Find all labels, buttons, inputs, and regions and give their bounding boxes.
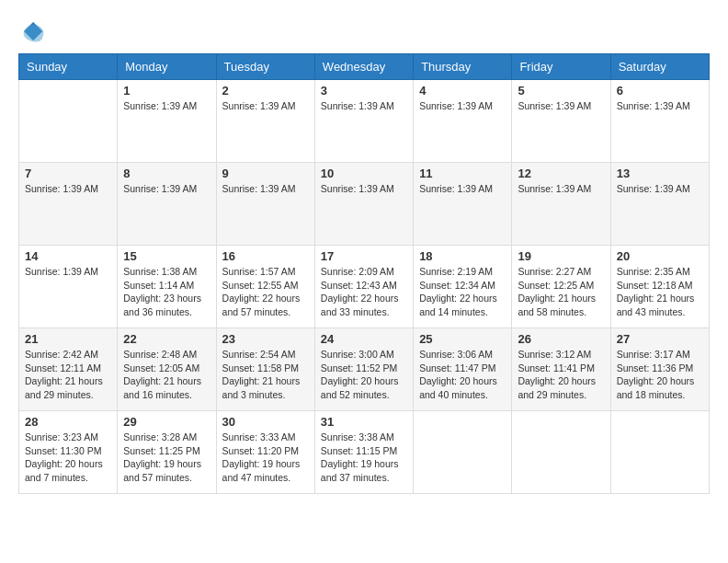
- calendar-cell: 21Sunrise: 2:42 AMSunset: 12:11 AMDaylig…: [19, 328, 118, 411]
- calendar-cell: 31Sunrise: 3:38 AMSunset: 11:15 PMDaylig…: [314, 411, 413, 494]
- calendar-cell: [512, 411, 610, 494]
- day-info: Sunrise: 1:38 AMSunset: 1:14 AMDaylight:…: [123, 265, 210, 319]
- day-number: 3: [321, 84, 407, 98]
- calendar-cell: 17Sunrise: 2:09 AMSunset: 12:43 AMDaylig…: [314, 246, 413, 328]
- day-info: Sunrise: 1:39 AM: [419, 182, 506, 196]
- day-info: Sunrise: 3:17 AMSunset: 11:36 PMDaylight…: [617, 348, 703, 402]
- calendar-week-2: 7Sunrise: 1:39 AM8Sunrise: 1:39 AM9Sunri…: [19, 163, 710, 246]
- calendar-header-tuesday: Tuesday: [216, 54, 314, 80]
- day-info: Sunrise: 1:39 AM: [321, 99, 407, 113]
- calendar-cell: 29Sunrise: 3:28 AMSunset: 11:25 PMDaylig…: [118, 411, 216, 494]
- day-number: 12: [518, 167, 604, 180]
- calendar-cell: 13Sunrise: 1:39 AM: [610, 163, 709, 246]
- calendar-header-row: SundayMondayTuesdayWednesdayThursdayFrid…: [19, 54, 710, 80]
- calendar-cell: 22Sunrise: 2:48 AMSunset: 12:05 AMDaylig…: [118, 328, 216, 411]
- day-info: Sunrise: 1:39 AM: [123, 182, 210, 196]
- day-info: Sunrise: 2:48 AMSunset: 12:05 AMDaylight…: [123, 348, 210, 402]
- calendar-week-5: 28Sunrise: 3:23 AMSunset: 11:30 PMDaylig…: [19, 411, 710, 494]
- day-info: Sunrise: 3:28 AMSunset: 11:25 PMDaylight…: [123, 431, 210, 485]
- calendar-header-saturday: Saturday: [610, 54, 709, 80]
- day-number: 16: [222, 249, 309, 263]
- day-number: 31: [321, 415, 407, 429]
- day-number: 24: [321, 332, 407, 346]
- calendar-cell: 5Sunrise: 1:39 AM: [512, 80, 610, 163]
- calendar-cell: 11Sunrise: 1:39 AM: [414, 163, 512, 246]
- day-info: Sunrise: 3:12 AMSunset: 11:41 PMDaylight…: [518, 348, 604, 402]
- calendar-cell: 3Sunrise: 1:39 AM: [314, 80, 413, 163]
- calendar-cell: 9Sunrise: 1:39 AM: [216, 163, 314, 246]
- calendar-cell: 1Sunrise: 1:39 AM: [118, 80, 216, 163]
- day-info: Sunrise: 3:00 AMSunset: 11:52 PMDaylight…: [321, 348, 407, 402]
- calendar-week-4: 21Sunrise: 2:42 AMSunset: 12:11 AMDaylig…: [19, 328, 710, 411]
- day-number: 17: [321, 249, 407, 263]
- calendar-cell: [19, 80, 118, 163]
- day-info: Sunrise: 1:39 AM: [419, 99, 506, 113]
- calendar-cell: 20Sunrise: 2:35 AMSunset: 12:18 AMDaylig…: [610, 246, 709, 328]
- day-number: 20: [617, 249, 703, 263]
- day-number: 9: [222, 167, 309, 180]
- calendar-cell: [610, 411, 709, 494]
- day-number: 21: [25, 332, 111, 346]
- day-number: 5: [518, 84, 604, 98]
- calendar-cell: 26Sunrise: 3:12 AMSunset: 11:41 PMDaylig…: [512, 328, 610, 411]
- day-number: 22: [123, 332, 210, 346]
- day-number: 27: [617, 332, 703, 346]
- calendar-cell: 12Sunrise: 1:39 AM: [512, 163, 610, 246]
- day-info: Sunrise: 2:54 AMSunset: 11:58 PMDaylight…: [222, 348, 309, 402]
- logo: [18, 18, 46, 44]
- calendar-cell: 8Sunrise: 1:39 AM: [118, 163, 216, 246]
- day-number: 18: [419, 249, 506, 263]
- day-info: Sunrise: 1:39 AM: [222, 182, 309, 196]
- day-info: Sunrise: 1:39 AM: [617, 99, 703, 113]
- calendar-cell: 6Sunrise: 1:39 AM: [610, 80, 709, 163]
- calendar-cell: 28Sunrise: 3:23 AMSunset: 11:30 PMDaylig…: [19, 411, 118, 494]
- day-info: Sunrise: 1:39 AM: [518, 99, 604, 113]
- day-number: 1: [123, 84, 210, 98]
- calendar-header-wednesday: Wednesday: [314, 54, 413, 80]
- day-info: Sunrise: 2:19 AMSunset: 12:34 AMDaylight…: [419, 265, 506, 319]
- day-number: 30: [222, 415, 309, 429]
- calendar-week-1: 1Sunrise: 1:39 AM2Sunrise: 1:39 AM3Sunri…: [19, 80, 710, 163]
- day-info: Sunrise: 3:06 AMSunset: 11:47 PMDaylight…: [419, 348, 506, 402]
- day-info: Sunrise: 3:23 AMSunset: 11:30 PMDaylight…: [25, 431, 111, 485]
- day-number: 4: [419, 84, 506, 98]
- day-number: 26: [518, 332, 604, 346]
- calendar-header-sunday: Sunday: [19, 54, 118, 80]
- day-number: 14: [25, 249, 111, 263]
- logo-icon: [20, 18, 46, 44]
- day-number: 29: [123, 415, 210, 429]
- day-info: Sunrise: 1:39 AM: [222, 99, 309, 113]
- day-number: 10: [321, 167, 407, 180]
- day-number: 2: [222, 84, 309, 98]
- day-info: Sunrise: 1:39 AM: [518, 182, 604, 196]
- day-info: Sunrise: 1:39 AM: [617, 182, 703, 196]
- calendar-cell: 18Sunrise: 2:19 AMSunset: 12:34 AMDaylig…: [414, 246, 512, 328]
- day-number: 6: [617, 84, 703, 98]
- calendar-cell: 19Sunrise: 2:27 AMSunset: 12:25 AMDaylig…: [512, 246, 610, 328]
- calendar-header-thursday: Thursday: [414, 54, 512, 80]
- calendar-cell: 30Sunrise: 3:33 AMSunset: 11:20 PMDaylig…: [216, 411, 314, 494]
- calendar-cell: [414, 411, 512, 494]
- calendar-cell: 23Sunrise: 2:54 AMSunset: 11:58 PMDaylig…: [216, 328, 314, 411]
- day-info: Sunrise: 1:57 AMSunset: 12:55 AMDaylight…: [222, 265, 309, 319]
- calendar-cell: 14Sunrise: 1:39 AM: [19, 246, 118, 328]
- page-header: [18, 18, 710, 44]
- calendar-week-3: 14Sunrise: 1:39 AM15Sunrise: 1:38 AMSuns…: [19, 246, 710, 328]
- calendar-cell: 16Sunrise: 1:57 AMSunset: 12:55 AMDaylig…: [216, 246, 314, 328]
- day-number: 13: [617, 167, 703, 180]
- day-info: Sunrise: 2:35 AMSunset: 12:18 AMDaylight…: [617, 265, 703, 319]
- day-info: Sunrise: 1:39 AM: [123, 99, 210, 113]
- calendar-cell: 10Sunrise: 1:39 AM: [314, 163, 413, 246]
- calendar-cell: 15Sunrise: 1:38 AMSunset: 1:14 AMDayligh…: [118, 246, 216, 328]
- day-number: 28: [25, 415, 111, 429]
- calendar-header-friday: Friday: [512, 54, 610, 80]
- calendar-table: SundayMondayTuesdayWednesdayThursdayFrid…: [18, 53, 710, 494]
- day-info: Sunrise: 2:27 AMSunset: 12:25 AMDaylight…: [518, 265, 604, 319]
- calendar-cell: 24Sunrise: 3:00 AMSunset: 11:52 PMDaylig…: [314, 328, 413, 411]
- day-info: Sunrise: 3:33 AMSunset: 11:20 PMDaylight…: [222, 431, 309, 485]
- calendar-cell: 27Sunrise: 3:17 AMSunset: 11:36 PMDaylig…: [610, 328, 709, 411]
- calendar-cell: 7Sunrise: 1:39 AM: [19, 163, 118, 246]
- day-info: Sunrise: 1:39 AM: [25, 182, 111, 196]
- day-number: 8: [123, 167, 210, 180]
- day-number: 19: [518, 249, 604, 263]
